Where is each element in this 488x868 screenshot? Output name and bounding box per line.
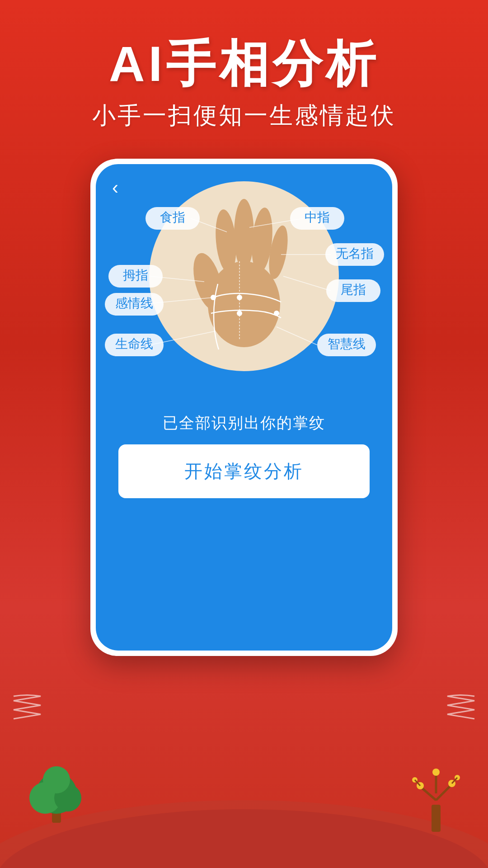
back-button[interactable]: ‹ [112,177,118,198]
svg-point-40 [432,769,440,776]
svg-point-33 [43,766,70,793]
svg-point-4 [234,199,254,269]
svg-point-10 [274,311,279,316]
label-emotion-line: 感情线 [115,296,153,310]
phone-container: ‹ [0,159,488,656]
tree-right [407,760,465,832]
sub-title: 小手一扫便知一生感情起伏 [0,100,488,132]
diagram-svg: 食指 中指 拇指 无名指 感情线 尾指 [96,164,392,399]
svg-line-36 [436,784,452,800]
label-ring-finger: 无名指 [336,246,374,260]
start-analysis-button[interactable]: 开始掌纹分析 [118,444,370,498]
svg-line-35 [420,787,436,800]
main-title: AI手相分析 [0,36,488,91]
recognition-text: 已全部识别出你的掌纹 [163,413,325,434]
bottom-section: 已全部识别出你的掌纹 开始掌纹分析 [96,399,392,521]
svg-rect-34 [432,805,441,832]
label-thumb: 拇指 [123,268,148,282]
scroll-lines-left [9,687,45,741]
label-index-finger: 食指 [160,210,185,224]
svg-point-9 [237,311,242,316]
label-little-finger: 尾指 [341,283,366,297]
label-life-line: 生命线 [115,337,153,351]
label-wisdom-line: 智慧线 [328,337,366,351]
tree-left [27,760,86,823]
phone-inner: ‹ [96,164,392,651]
svg-point-8 [237,295,242,300]
phone-outer: ‹ [90,159,398,656]
label-middle-finger: 中指 [305,210,330,224]
hand-diagram-wrapper: 食指 中指 拇指 无名指 感情线 尾指 [96,164,392,399]
scroll-lines-right [443,687,479,741]
top-section: AI手相分析 小手一扫便知一生感情起伏 [0,0,488,132]
